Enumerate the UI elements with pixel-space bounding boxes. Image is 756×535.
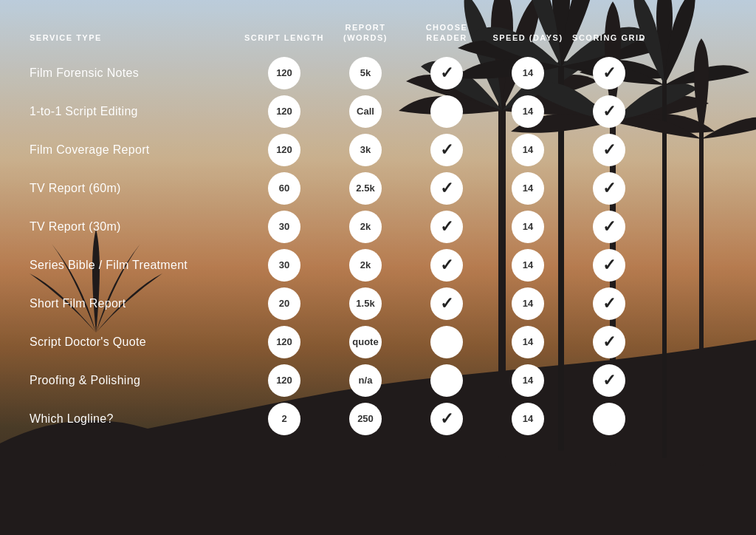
report-words-header: REPORT (WORDS)	[325, 22, 406, 44]
circle-badge	[593, 95, 625, 128]
cell: 14	[487, 95, 568, 128]
table-row: 1-to-1 Script Editing120Call14	[30, 95, 726, 128]
cell: 60	[244, 172, 325, 205]
cell	[406, 172, 487, 205]
circle-badge: quote	[349, 326, 382, 358]
circle-badge: 2.5k	[349, 172, 382, 205]
circle-badge: 14	[512, 364, 544, 397]
cell	[406, 57, 487, 89]
cell: 14	[487, 249, 568, 282]
circle-badge	[430, 57, 463, 89]
circle-badge	[593, 134, 625, 166]
cell: 14	[487, 172, 568, 205]
circle-badge	[430, 326, 463, 358]
checkmark-icon	[602, 371, 616, 390]
circle-badge: 14	[512, 172, 544, 205]
circle-badge: n/a	[349, 364, 382, 397]
cell: 120	[244, 134, 325, 166]
cell	[568, 249, 650, 282]
cell	[406, 287, 487, 320]
checkmark-icon	[602, 217, 616, 236]
cell	[568, 211, 650, 243]
cell: 14	[487, 364, 568, 397]
cell	[568, 287, 650, 320]
circle-badge: 14	[512, 403, 544, 435]
cell	[406, 249, 487, 282]
speed-days-header: SPEED (DAYS)	[492, 33, 563, 43]
circle-badge	[430, 211, 463, 243]
cell	[568, 403, 650, 435]
cell	[406, 403, 487, 435]
circle-badge	[593, 211, 625, 243]
checkmark-icon	[602, 179, 616, 198]
circle-badge: 20	[268, 287, 300, 320]
service-name-label: Script Doctor's Quote	[30, 335, 244, 349]
checkmark-icon	[602, 333, 616, 352]
circle-badge	[593, 249, 625, 282]
service-name-label: Proofing & Polishing	[30, 374, 244, 387]
circle-badge: 120	[268, 134, 300, 166]
circle-badge	[430, 172, 463, 205]
circle-badge: 3k	[349, 134, 382, 166]
circle-badge	[430, 403, 463, 435]
checkmark-icon	[602, 140, 616, 160]
cell: 1.5k	[325, 287, 406, 320]
scoring-grid-header: SCORING GRID	[572, 33, 646, 43]
circle-badge	[430, 364, 463, 397]
cell: 20	[244, 287, 325, 320]
cell	[406, 95, 487, 128]
circle-badge	[430, 95, 463, 128]
circle-badge	[593, 364, 625, 397]
service-name-label: Which Logline?	[30, 412, 244, 426]
checkmark-icon	[602, 102, 616, 121]
cell	[406, 134, 487, 166]
circle-badge: 120	[268, 95, 300, 128]
circle-badge: Call	[349, 95, 382, 128]
circle-badge: 120	[268, 57, 300, 89]
circle-badge: 14	[512, 326, 544, 358]
cell: 14	[487, 57, 568, 89]
table-row: Script Doctor's Quote120quote14	[30, 326, 726, 358]
table-row: Short Film Report201.5k14	[30, 287, 726, 320]
cell: 2.5k	[325, 172, 406, 205]
cell	[568, 364, 650, 397]
cell	[568, 134, 650, 166]
circle-badge: 30	[268, 211, 300, 243]
service-name-label: Short Film Report	[30, 297, 244, 310]
table-row: Series Bible / Film Treatment302k14	[30, 249, 726, 282]
checkmark-icon	[602, 64, 616, 83]
table-row: Film Coverage Report1203k14	[30, 134, 726, 166]
checkmark-icon	[440, 217, 453, 236]
circle-badge: 14	[512, 57, 544, 89]
cell: 30	[244, 211, 325, 243]
service-name-label: Series Bible / Film Treatment	[30, 259, 244, 272]
checkmark-icon	[440, 409, 453, 429]
cell	[568, 172, 650, 205]
circle-badge: 250	[349, 403, 382, 435]
cell	[406, 326, 487, 358]
checkmark-icon	[440, 294, 453, 313]
circle-badge: 2k	[349, 249, 382, 282]
cell: n/a	[325, 364, 406, 397]
checkmark-icon	[440, 64, 453, 83]
cell: 120	[244, 57, 325, 89]
circle-badge: 5k	[349, 57, 382, 89]
table-row: Proofing & Polishing120n/a14	[30, 364, 726, 397]
cell: 5k	[325, 57, 406, 89]
cell	[568, 57, 650, 89]
circle-badge	[593, 326, 625, 358]
circle-badge	[430, 287, 463, 320]
circle-badge	[593, 172, 625, 205]
table-row: Film Forensic Notes1205k14	[30, 57, 726, 89]
circle-badge: 120	[268, 326, 300, 358]
circle-badge: 2	[268, 403, 300, 435]
cell: 2	[244, 403, 325, 435]
circle-badge: 2k	[349, 211, 382, 243]
table-row: TV Report (60m)602.5k14	[30, 172, 726, 205]
checkmark-icon	[602, 256, 616, 275]
checkmark-icon	[440, 179, 453, 198]
cell	[568, 95, 650, 128]
circle-badge: 14	[512, 134, 544, 166]
cell: 14	[487, 287, 568, 320]
service-name-label: TV Report (60m)	[30, 182, 244, 195]
